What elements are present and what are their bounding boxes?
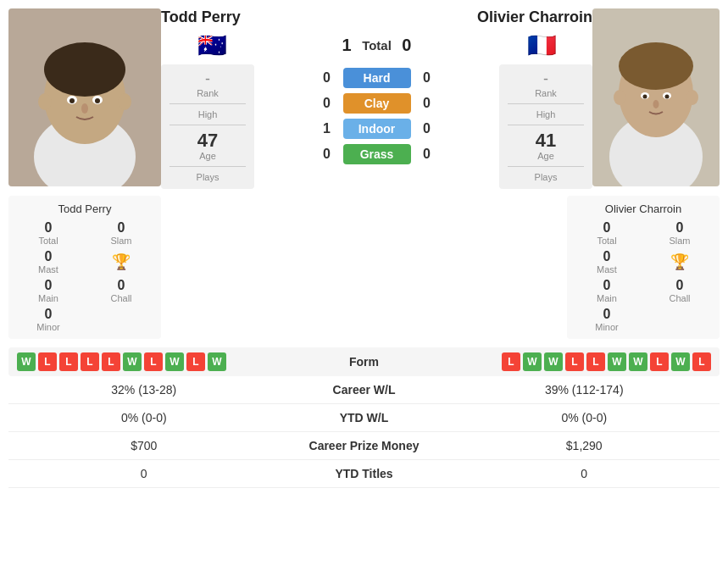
right-player-stats-grid: 0 Total 0 Slam 0 Mast 🏆 0 Main: [574, 220, 713, 332]
svg-point-11: [118, 93, 131, 110]
surface-right-score-2: 0: [420, 121, 435, 136]
svg-point-21: [653, 100, 659, 108]
career-stats-rows: 32% (13-28) Career W/L 39% (112-174) 0% …: [8, 376, 720, 488]
right-total-val: 0: [574, 220, 640, 236]
right-minor-lbl: Minor: [574, 322, 640, 332]
right-flag-container: 🇫🇷: [491, 31, 592, 59]
left-minor-val: 0: [15, 307, 81, 322]
flags-score-row: 🇦🇺 1 Total 0 🇫🇷: [161, 31, 592, 59]
career-left-val-1: 0% (0-0): [8, 411, 280, 424]
total-label: Total: [362, 38, 392, 53]
career-left-val-3: 0: [8, 467, 280, 480]
surface-btn-grass[interactable]: Grass: [343, 144, 411, 164]
right-total-score: 0: [398, 36, 415, 55]
left-form-badge-9: W: [208, 352, 226, 371]
form-section: WLLLLWLWLW Form LWWLLWWLWL: [8, 347, 720, 376]
surface-btn-indoor[interactable]: Indoor: [343, 119, 411, 139]
right-chall-val: 0: [647, 278, 713, 293]
left-flag-container: 🇦🇺: [161, 31, 263, 59]
right-form-badge-9: L: [692, 352, 711, 371]
form-label: Form: [331, 355, 398, 369]
career-stats-row-1: 0% (0-0) YTD W/L 0% (0-0): [8, 404, 720, 432]
trophy-icon-left: 🏆: [112, 252, 131, 271]
surface-btn-clay[interactable]: Clay: [343, 93, 411, 114]
right-rank-value: -: [543, 71, 548, 88]
left-form-badge-6: L: [144, 352, 163, 371]
svg-point-8: [95, 98, 100, 103]
right-card-name: Olivier Charroin: [574, 203, 713, 215]
right-player-photo: [592, 8, 720, 186]
left-minor-lbl: Minor: [15, 322, 81, 332]
left-form-badge-2: L: [59, 352, 78, 371]
left-form-badge-1: L: [38, 352, 57, 371]
right-total-cell: 0 Total: [574, 220, 640, 246]
surface-left-score-0: 0: [320, 70, 335, 86]
career-label-1: YTD W/L: [280, 411, 449, 424]
left-rank-row: - Rank: [169, 71, 246, 98]
left-form-badge-7: W: [165, 352, 184, 371]
svg-point-7: [69, 98, 75, 103]
left-player-photo: [8, 8, 161, 186]
right-plays-row: Plays: [508, 172, 584, 182]
svg-point-20: [665, 95, 670, 99]
left-age-label: Age: [199, 151, 216, 161]
left-form-badge-4: L: [102, 352, 120, 371]
left-stats-box: - Rank High 47 Age Plays: [161, 64, 254, 189]
left-chall-val: 0: [88, 278, 154, 293]
svg-point-19: [643, 95, 647, 99]
right-high-row: High: [508, 109, 584, 119]
left-slam-cell: 0 Slam: [88, 220, 154, 246]
left-main-val: 0: [15, 278, 81, 293]
right-form-badge-8: W: [671, 352, 690, 371]
cards-spacer: [161, 196, 567, 339]
right-slam-lbl: Slam: [647, 236, 713, 246]
right-age-value: 41: [536, 130, 556, 151]
trophy-icon-right: 🏆: [670, 252, 689, 271]
left-plays-label: Plays: [197, 172, 220, 182]
left-form-badge-3: L: [81, 352, 99, 371]
career-left-val-0: 32% (13-28): [8, 383, 280, 397]
right-age-row: 41 Age: [508, 130, 584, 161]
surface-right-score-1: 0: [420, 96, 435, 111]
surface-left-score-2: 1: [320, 121, 335, 136]
right-player-card: Olivier Charroin 0 Total 0 Slam 0 Mast 🏆: [567, 196, 720, 339]
left-slam-lbl: Slam: [88, 236, 154, 246]
surface-row-hard: 0 Hard 0: [261, 68, 492, 88]
right-form-badge-7: L: [650, 352, 669, 371]
surface-left-score-3: 0: [320, 147, 335, 162]
surface-right-score-0: 0: [420, 70, 435, 86]
left-chall-cell: 0 Chall: [88, 278, 154, 303]
career-right-val-1: 0% (0-0): [449, 411, 720, 424]
left-chall-lbl: Chall: [88, 293, 154, 303]
middle-section: Todd Perry Olivier Charroin 🇦🇺 1 Total 0…: [161, 8, 592, 189]
surface-left-score-1: 0: [320, 96, 335, 111]
right-form-badge-4: L: [586, 352, 605, 371]
right-trophy-cell: 🏆: [647, 249, 713, 275]
left-total-val: 0: [15, 220, 81, 236]
svg-point-9: [81, 103, 88, 114]
svg-point-16: [619, 42, 693, 90]
left-form-badges: WLLLLWLWLW: [17, 352, 322, 371]
right-slam-val: 0: [647, 220, 713, 236]
player-cards-row: Todd Perry 0 Total 0 Slam 0 Mast 🏆: [0, 196, 728, 339]
left-minor-cell: 0 Minor: [15, 307, 81, 332]
right-mast-cell: 0 Mast: [574, 249, 640, 275]
surface-btn-hard[interactable]: Hard: [343, 68, 411, 88]
left-main-lbl: Main: [15, 293, 81, 303]
right-main-cell: 0 Main: [574, 278, 640, 303]
left-mast-cell: 0 Mast: [15, 249, 81, 275]
right-total-lbl: Total: [574, 236, 640, 246]
career-stats-row-3: 0 YTD Titles 0: [8, 460, 720, 488]
right-player-name: Olivier Charroin: [477, 8, 592, 26]
career-label-2: Career Prize Money: [280, 439, 449, 452]
left-age-value: 47: [197, 130, 218, 151]
left-card-name: Todd Perry: [15, 203, 154, 215]
right-high-label: High: [536, 109, 556, 119]
right-form-badge-6: W: [629, 352, 647, 371]
right-minor-cell: 0 Minor: [574, 307, 640, 332]
career-label-3: YTD Titles: [280, 467, 449, 480]
career-right-val-0: 39% (112-174): [449, 383, 720, 397]
left-flag-icon: 🇦🇺: [197, 31, 227, 59]
top-section: Todd Perry Olivier Charroin 🇦🇺 1 Total 0…: [0, 0, 728, 189]
left-form-badge-0: W: [17, 352, 36, 371]
